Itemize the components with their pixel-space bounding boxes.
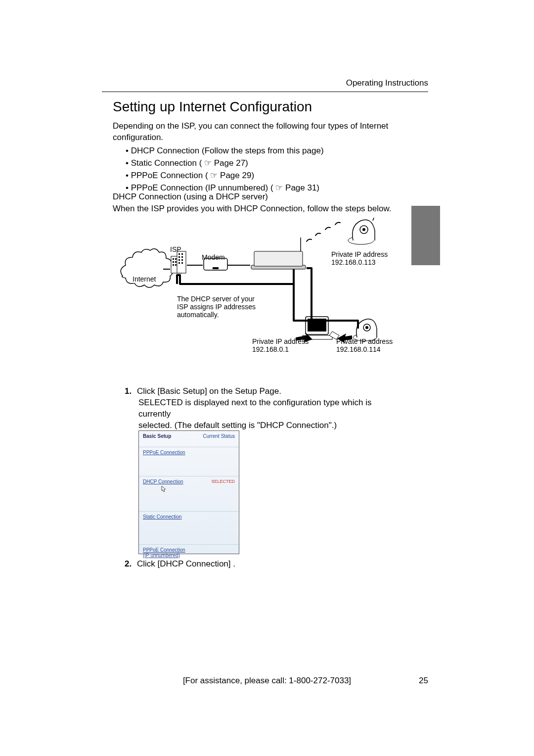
footer-assistance: [For assistance, please call: 1-800-272-… (0, 676, 534, 686)
svg-rect-7 (175, 264, 177, 266)
diagram-left-ip: 192.168.0.1 (252, 345, 289, 353)
screenshot-pppoe-link[interactable]: PPPoE Connection (143, 450, 185, 473)
diagram-note: ISP assigns IP addresses (177, 303, 256, 311)
step-1: 1. Click [Basic Setup] on the Setup Page… (125, 386, 401, 431)
screenshot-static-link[interactable]: Static Connection (143, 514, 181, 542)
step-2: 2. Click [DHCP Connection] . (125, 559, 235, 569)
network-diagram: Internet ISP Modem The DHCP server of yo… (113, 218, 409, 381)
svg-rect-13 (181, 259, 183, 261)
screenshot-pppoe-ip-link[interactable]: PPPoE Connection (IP unnumbered) (143, 547, 185, 558)
svg-rect-15 (181, 262, 183, 264)
svg-rect-9 (181, 253, 183, 255)
dhcp-heading: DHCP Connection (using a DHCP server) (113, 192, 268, 202)
diagram-left-ip-label: Private IP address (252, 337, 309, 345)
svg-rect-14 (178, 262, 180, 264)
intro-item: Static Connection ( ☞ Page 27) (126, 158, 429, 169)
svg-rect-6 (173, 264, 174, 266)
side-tab (411, 206, 440, 265)
svg-rect-17 (213, 267, 219, 269)
diagram-right-ip: 192.168.0.114 (336, 345, 381, 353)
step-text: SELECTED is displayed next to the config… (138, 397, 401, 420)
svg-rect-2 (173, 258, 174, 260)
page-number: 25 (419, 676, 428, 686)
side-tab-label: Setup (419, 172, 435, 203)
svg-point-27 (365, 326, 368, 329)
screenshot-current-status: Current Status (203, 433, 235, 444)
intro-item: DHCP Connection (Follow the steps from t… (126, 145, 429, 157)
diagram-top-ip: 192.168.0.113 (331, 258, 376, 266)
diagram-top-ip-label: Private IP address (331, 250, 388, 258)
diagram-note: The DHCP server of your (177, 295, 255, 303)
svg-rect-4 (173, 261, 174, 263)
diagram-note: automatically. (177, 311, 219, 319)
header-rule (102, 92, 428, 92)
step-text: selected. (The default setting is "DHCP … (138, 420, 401, 431)
svg-rect-19 (254, 251, 303, 266)
step-text: Click [DHCP Connection] . (137, 559, 235, 568)
screenshot-selected-badge: SELECTED (211, 479, 235, 509)
diagram-internet-label: Internet (132, 275, 157, 283)
intro-block: Depending on the ISP, you can connect th… (113, 121, 429, 195)
cursor-icon (159, 485, 168, 494)
dhcp-description: When the ISP provides you with DHCP Conn… (113, 204, 392, 214)
svg-rect-5 (175, 261, 177, 263)
svg-rect-10 (178, 256, 180, 258)
step-number: 2. (125, 559, 132, 568)
intro-lead: Depending on the ISP, you can connect th… (113, 121, 429, 143)
section-title: Setting up Internet Configuration (113, 99, 312, 115)
svg-rect-12 (178, 259, 180, 261)
step-number: 1. (125, 386, 132, 396)
basic-setup-screenshot: Basic Setup Current Status PPPoE Connect… (138, 430, 239, 554)
diagram-modem-label: Modem (202, 253, 225, 261)
svg-rect-3 (175, 258, 177, 260)
diagram-right-ip-label: Private IP address (336, 337, 393, 345)
svg-rect-8 (178, 253, 180, 255)
screenshot-basic-setup: Basic Setup (143, 433, 171, 444)
svg-rect-11 (181, 256, 183, 258)
header-label: Operating Instructions (346, 78, 428, 88)
diagram-isp-label: ISP (170, 245, 181, 253)
intro-item: PPPoE Connection ( ☞ Page 29) (126, 170, 429, 182)
svg-line-24 (373, 218, 376, 221)
svg-point-23 (362, 228, 365, 231)
step-text: Click [Basic Setup] on the Setup Page. (137, 386, 281, 396)
